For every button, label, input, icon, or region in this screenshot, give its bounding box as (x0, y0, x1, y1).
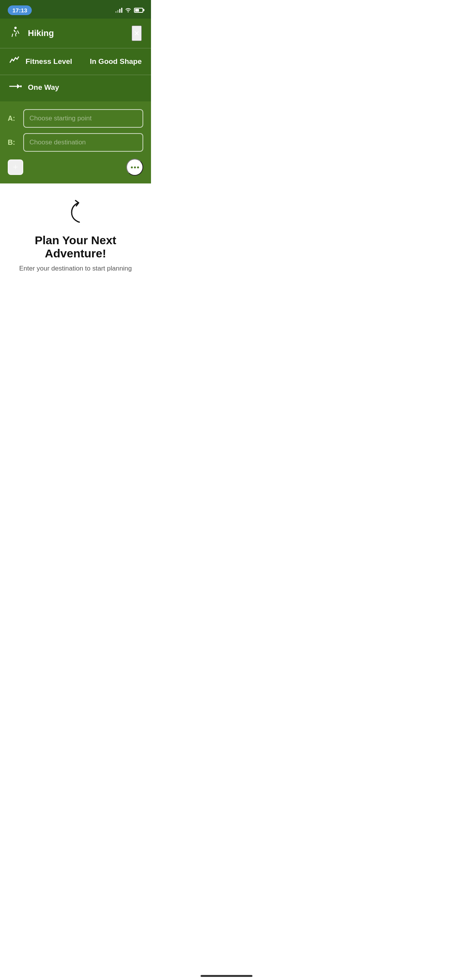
header-left: Hiking (9, 26, 54, 41)
main-heading: Plan Your Next Adventure! (12, 234, 139, 260)
close-button[interactable]: × (132, 26, 142, 41)
svg-point-0 (14, 27, 17, 29)
route-section: A: B: + (0, 101, 151, 183)
oneway-label: One Way (28, 83, 59, 92)
dest-route-row: B: (8, 133, 143, 152)
curved-arrow-icon (64, 199, 87, 228)
wifi-icon (125, 7, 132, 14)
fitness-icon (9, 55, 19, 68)
dest-label: B: (8, 139, 19, 147)
oneway-icon (9, 82, 22, 93)
plus-icon: + (13, 162, 18, 172)
start-route-row: A: (8, 109, 143, 128)
start-input[interactable] (23, 109, 143, 128)
start-label: A: (8, 115, 19, 123)
signal-icon (115, 7, 122, 13)
fitness-label: Fitness Level (26, 57, 72, 66)
hiker-icon (9, 26, 22, 41)
header-row: Hiking × (0, 19, 151, 48)
green-header: Hiking × Fitness Level In Good Shape One… (0, 19, 151, 101)
status-bar: 17:13 (0, 0, 151, 19)
more-options-button[interactable] (126, 159, 143, 176)
svg-line-2 (17, 31, 19, 34)
page-title: Hiking (28, 28, 54, 38)
oneway-row[interactable]: One Way (0, 75, 151, 101)
svg-line-1 (12, 34, 13, 37)
content-area: Plan Your Next Adventure! Enter your des… (0, 183, 151, 338)
svg-marker-4 (17, 84, 20, 89)
status-icons (115, 7, 143, 14)
more-dots-icon (131, 166, 139, 168)
time-display: 17:13 (8, 5, 32, 15)
battery-icon (134, 8, 143, 13)
add-waypoint-button[interactable]: + (8, 159, 23, 175)
fitness-value: In Good Shape (90, 57, 142, 66)
svg-point-5 (20, 86, 22, 87)
destination-input[interactable] (23, 133, 143, 152)
sub-heading: Enter your destination to start planning (19, 265, 132, 272)
fitness-left: Fitness Level (9, 55, 72, 68)
route-actions: + (8, 159, 143, 176)
fitness-row[interactable]: Fitness Level In Good Shape (0, 48, 151, 75)
